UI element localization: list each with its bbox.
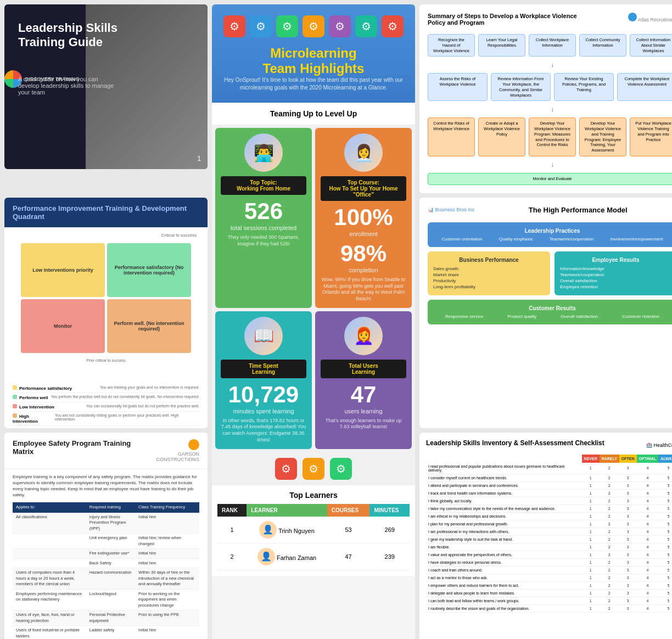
inventory-table: NEVER RARELY OFTEN OPTIMAL ALWAYS I read… (426, 455, 672, 613)
flow-row-0: Recognize the Hazard of Workplace Violen… (428, 34, 672, 57)
page-number: 1 (197, 155, 201, 162)
inv-score: 2 (600, 574, 619, 581)
inv-score: 1 (582, 497, 600, 505)
inv-statement: I value and appreciate the perspectives … (426, 551, 582, 558)
hp-customer-items: Responsive serviceProduct qualityOverall… (433, 314, 671, 319)
inv-score: 4 (637, 604, 659, 612)
inv-score: 5 (658, 551, 672, 558)
workplace-card: Summary of Steps to Develop a Workplace … (419, 4, 672, 193)
safety-row: Employees performing maintenance on stat… (13, 589, 199, 610)
flow-arrow: ↓ (428, 161, 672, 169)
hp-item: Information/knowledge (560, 266, 671, 272)
flow-box: Recognize the Hazard of Workplace Violen… (428, 34, 475, 57)
hp-item: Productivity (433, 278, 545, 284)
hp-item: Teamwork/cooperation (550, 237, 593, 242)
hp-item: Sales growth (433, 266, 545, 272)
inv-score: 4 (637, 558, 659, 566)
inv-score: 3 (619, 535, 637, 543)
legend-label-1: Performance satisfactory (19, 386, 72, 391)
inventory-row: I attend and participate in seminars and… (426, 481, 672, 489)
inventory-header: Leadership Skills Inventory & Self-Asses… (426, 439, 672, 449)
time-avatar: 📖 (244, 317, 283, 355)
quadrant-monitor-1: Monitor (21, 299, 105, 353)
inv-score: 2 (600, 481, 619, 489)
inv-col-often: OFTEN (619, 455, 637, 463)
topic-avatar: 👨‍💻 (244, 133, 283, 172)
inv-statement: I attend and participate in seminars and… (426, 481, 582, 489)
hp-business-items: Sales growthMarket shareProductivityLong… (433, 266, 545, 290)
inv-score: 1 (582, 551, 600, 558)
safety-applies: All classifications (13, 513, 86, 534)
safety-logo: GARSON CONSTRUCTIONS (140, 439, 199, 462)
micro-main-title: Microlearning Team Highlights (220, 46, 407, 76)
flow-arrow: ↓ (428, 61, 672, 69)
inv-score: 5 (658, 497, 672, 505)
highperf-header: 📊 Business Bros Inc The High Performance… (428, 206, 672, 214)
inv-score: 2 (600, 528, 619, 535)
inv-score: 5 (658, 489, 672, 497)
hp-leadership-items: Customer orientationQuality emphasisTeam… (433, 237, 671, 242)
inv-score: 1 (582, 489, 600, 497)
bottom-gear-3: ⚙ (330, 458, 352, 480)
gear-icon-2: ⚙ (250, 15, 272, 37)
learner-minutes: 239 (369, 543, 410, 570)
inv-score: 2 (600, 589, 619, 597)
safety-col-freq: Class Training Frequency (135, 502, 199, 513)
inventory-row: I think globally, act locally.12345 (426, 497, 672, 505)
safety-applies: Users of fixed industrial or portable la… (13, 626, 86, 639)
safety-row: Unit emergency plan Initial hire; review… (13, 534, 199, 549)
inv-statement: I am ethical in my relationships and dec… (426, 512, 582, 520)
flow-box: Review Your Existing Policies, Programs,… (554, 73, 614, 101)
inventory-row: I empower others and reduce barriers for… (426, 581, 672, 589)
safety-applies (13, 558, 86, 568)
micro-header-desc: Hey OnSprout! It's time to look at how t… (220, 76, 407, 92)
inv-score: 2 (600, 520, 619, 528)
quadrant-legend: Performance satisfactory You are trainin… (4, 381, 208, 428)
inv-score: 3 (619, 528, 637, 535)
inv-score: 1 (582, 566, 600, 574)
hp-customer-box: Customer Results Responsive serviceProdu… (428, 300, 672, 324)
micro-title-white: Team Highlights (263, 61, 365, 76)
inventory-title: Leadership Skills Inventory & Self-Asses… (426, 439, 604, 447)
flow-box: Develop Your Workplace Violence and Trai… (579, 117, 626, 156)
hp-item: Responsive service (445, 314, 483, 319)
flow-box: Put Your Workplace Violence Training and… (630, 117, 672, 156)
learners-table: RANK LEARNER COURSES MINUTES 1 👤 Trinh N… (217, 504, 410, 570)
inv-score: 5 (658, 589, 672, 597)
inv-statement: I consider myself current on healthcare … (426, 474, 582, 481)
inv-score: 5 (658, 543, 672, 551)
gear-icon-3: ⚙ (276, 15, 298, 37)
bottom-gear-2: ⚙ (303, 458, 324, 480)
safety-title: Employee Safety Program Training Matrix (13, 439, 140, 456)
safety-col-training: Required training (86, 502, 135, 513)
sessions-desc: They only needed 300 Spartans, imagine i… (221, 234, 306, 247)
quadrant-grid: Low Interventions priority Performance s… (21, 243, 191, 353)
inv-score: 3 (619, 543, 637, 551)
inv-score: 1 (582, 505, 600, 512)
micro-top-learners: Top Learners RANK LEARNER COURSES MINUTE… (212, 485, 415, 576)
inventory-row: I plan for my personal and professional … (426, 520, 672, 528)
micro-title-yellow: Microlearning (270, 46, 356, 60)
safety-frequency: Initial hire; review when changed (135, 534, 199, 549)
inv-score: 3 (619, 463, 637, 474)
safety-training: Unit emergency plan (86, 534, 135, 549)
flow-row-3: Monitor and Evaluate (428, 173, 672, 185)
inv-col-rarely: RARELY (600, 455, 619, 463)
inv-score: 2 (600, 604, 619, 612)
inv-score: 2 (600, 558, 619, 566)
flow-box: Complete the Workplace Violence Assessme… (617, 73, 672, 101)
users-number: 47 (321, 382, 406, 408)
learner-minutes: 269 (369, 517, 410, 543)
hp-item: Teamwork/cooperation (560, 272, 671, 278)
inv-statement: I am flexible. (426, 543, 582, 551)
inv-score: 3 (619, 505, 637, 512)
gear-icon-6: ⚙ (355, 15, 377, 37)
hp-item: Customer retention (622, 314, 659, 319)
completion-desc: Wow, 98%! If you drive from Seattle to M… (321, 277, 406, 302)
inv-score: 5 (658, 581, 672, 589)
flow-row-2: Control the Risks of Workplace ViolenceC… (428, 117, 672, 156)
hp-item: Market share (433, 272, 545, 278)
safety-training: Back Safety (86, 558, 135, 568)
sessions-number: 526 (221, 198, 306, 225)
inv-score: 1 (582, 589, 600, 597)
